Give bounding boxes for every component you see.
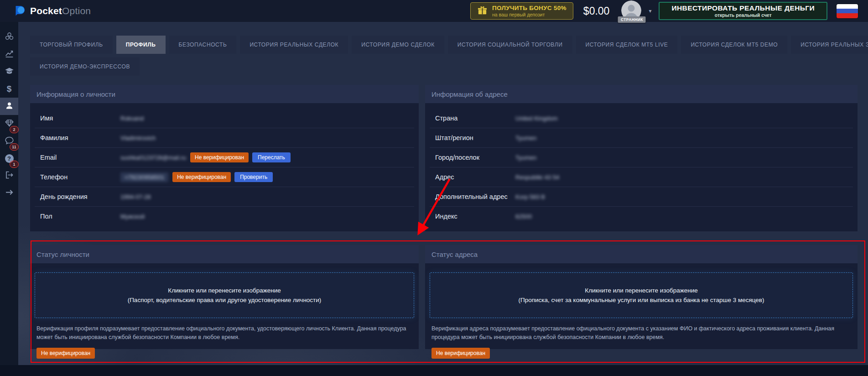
- panel-title: Информация о личности: [30, 85, 419, 103]
- phone-not-verified-badge: Не верифицирован: [172, 172, 231, 182]
- sidebar-item-chat[interactable]: 11: [0, 132, 18, 150]
- pocket-option-profile-page: PocketOption ПОЛУЧИТЬ БОНУС 50% на ваш п…: [0, 0, 868, 376]
- tab-history-real-express[interactable]: ИСТОРИЯ РЕАЛЬНЫХ ЭКСПРЕССОВ: [791, 36, 868, 54]
- field-row-email: Email sushka0123728@mail.ru Не верифицир…: [35, 147, 414, 167]
- tab-security[interactable]: БЕЗОПАСНОСТЬ: [169, 36, 237, 54]
- user-rank-badge: СТРАННИК: [618, 16, 646, 23]
- logo[interactable]: PocketOption: [14, 4, 91, 18]
- field-row-first-name: Имя Roksand: [35, 109, 414, 128]
- field-value-blurred: Korp 583 B: [515, 193, 545, 200]
- user-avatar[interactable]: СТРАННИК: [621, 0, 642, 21]
- sidebar-item-payments[interactable]: $: [0, 80, 18, 98]
- field-value-blurred: +79230958501: [120, 172, 168, 182]
- field-value-blurred: Мужской: [120, 213, 145, 220]
- bonus-title: ПОЛУЧИТЬ БОНУС 50%: [492, 5, 567, 12]
- tab-profile[interactable]: ПРОФИЛЬ: [116, 36, 166, 54]
- field-value-blurred: Respubliki 43 54: [515, 174, 559, 181]
- profile-tabs-row-1: ТОРГОВЫЙ ПРОФИЛЬ ПРОФИЛЬ БЕЗОПАСНОСТЬ ИС…: [30, 36, 868, 54]
- field-value-blurred: United Kingdom: [515, 115, 558, 122]
- field-value-blurred: Tyumen: [515, 154, 536, 161]
- field-row-gender: Пол Мужской: [35, 206, 414, 226]
- address-status-panel: Статус адреса Кликните или перенесите из…: [425, 245, 858, 349]
- graduation-cap-icon: [5, 66, 14, 78]
- panel-title: Статус личности: [30, 245, 419, 263]
- top-bar: PocketOption ПОЛУЧИТЬ БОНУС 50% на ваш п…: [0, 0, 868, 22]
- identity-status-panel: Статус личности Кликните или перенесите …: [30, 245, 419, 349]
- panel-title: Статус адреса: [425, 245, 858, 263]
- sidebar-item-education[interactable]: [0, 63, 18, 80]
- field-row-phone: Телефон +79230958501 Не верифицирован Пр…: [35, 167, 414, 187]
- field-row-country: Страна United Kingdom: [430, 109, 853, 128]
- identity-not-verified-badge: Не верифицирован: [36, 348, 95, 359]
- identity-verification-description: Верификация профиля подразумевает предос…: [36, 324, 412, 342]
- verify-phone-button[interactable]: Проверить: [234, 172, 273, 182]
- sidebar-item-profile[interactable]: [0, 98, 18, 115]
- field-row-address: Адрес Respubliki 43 54: [430, 167, 853, 187]
- tab-history-demo-trades[interactable]: ИСТОРИЯ ДЕМО СДЕЛОК: [352, 36, 444, 54]
- tab-history-real-trades[interactable]: ИСТОРИЯ РЕАЛЬНЫХ СДЕЛОК: [240, 36, 348, 54]
- field-row-last-name: Фамилия Vladimirovich: [35, 128, 414, 147]
- field-row-birthday: День рождения 1994-07-28: [35, 187, 414, 206]
- sidebar-item-expand[interactable]: [0, 184, 18, 202]
- address-not-verified-badge: Не верифицирован: [431, 348, 490, 359]
- chevron-down-icon[interactable]: ▾: [649, 8, 651, 14]
- tab-trading-profile[interactable]: ТОРГОВЫЙ ПРОФИЛЬ: [30, 36, 113, 54]
- tab-history-social-trading[interactable]: ИСТОРИЯ СОЦИАЛЬНОЙ ТОРГОВЛИ: [448, 36, 572, 54]
- person-icon: [5, 101, 14, 112]
- tab-history-mt5-demo[interactable]: ИСТОРИЯ СДЕЛОК MT5 DEMO: [681, 36, 787, 54]
- email-not-verified-badge: Не верифицирован: [190, 152, 249, 162]
- sidebar-item-trading[interactable]: [0, 46, 18, 63]
- gift-icon: [477, 5, 488, 17]
- arrow-right-icon: [5, 188, 14, 199]
- tab-history-mt5-live[interactable]: ИСТОРИЯ СДЕЛОК MT5 LIVE: [576, 36, 678, 54]
- dollar-icon: $: [7, 84, 12, 94]
- resend-email-button[interactable]: Переслать: [252, 152, 291, 162]
- footer-bar: [0, 365, 868, 376]
- header-right: ПОЛУЧИТЬ БОНУС 50% на ваш первый депозит…: [470, 0, 858, 21]
- tab-history-demo-express[interactable]: ИСТОРИЯ ДЕМО-ЭКСПРЕССОВ: [30, 57, 140, 76]
- field-value-blurred: Roksand: [120, 115, 144, 122]
- pocket-option-logo-icon: [14, 4, 26, 18]
- account-balance: $0.00: [583, 5, 610, 17]
- address-verification-description: Верификация адреса подразумевает предост…: [431, 324, 851, 342]
- identity-document-dropzone[interactable]: Кликните или перенесите изображение (Пас…: [35, 272, 414, 318]
- field-row-address2: Дополнительный адрес Korp 583 B: [430, 187, 853, 206]
- field-value-blurred: Tyumen: [515, 135, 536, 141]
- personal-info-panel: Информация о личности Имя Roksand Фамили…: [30, 85, 419, 231]
- line-chart-icon: [5, 49, 14, 60]
- language-flag-russia[interactable]: [837, 4, 858, 18]
- invest-real-money-button[interactable]: ИНВЕСТИРОВАТЬ РЕАЛЬНЫЕ ДЕНЬГИ открыть ре…: [659, 2, 827, 20]
- field-row-city: Город/поселок Tyumen: [430, 147, 853, 167]
- get-bonus-button[interactable]: ПОЛУЧИТЬ БОНУС 50% на ваш первый депозит: [470, 2, 573, 20]
- panel-title: Информация об адресе: [425, 85, 858, 103]
- sidebar-item-logout[interactable]: [0, 167, 18, 184]
- left-sidebar: $ 2 11 ?: [0, 22, 18, 371]
- logout-icon: [5, 170, 14, 182]
- field-value-blurred: 1994-07-28: [120, 193, 151, 200]
- invest-subtitle: открыть реальный счет: [715, 12, 772, 18]
- tournaments-icon: [5, 31, 14, 43]
- address-info-panel: Информация об адресе Страна United Kingd…: [425, 85, 858, 231]
- invest-title: ИНВЕСТИРОВАТЬ РЕАЛЬНЫЕ ДЕНЬГИ: [671, 4, 815, 12]
- field-row-state: Штат/регион Tyumen: [430, 128, 853, 147]
- profile-tabs-row-2: ИСТОРИЯ ДЕМО-ЭКСПРЕССОВ: [30, 57, 140, 76]
- field-row-zip: Индекс 62500: [430, 206, 853, 226]
- field-value-blurred: sushka0123728@mail.ru: [120, 154, 186, 161]
- logo-text: PocketOption: [30, 5, 91, 16]
- sidebar-item-support[interactable]: ? 1: [0, 150, 18, 167]
- sidebar-item-achievements[interactable]: 2: [0, 115, 18, 132]
- bonus-subtitle: на ваш первый депозит: [492, 12, 567, 17]
- field-value-blurred: 62500: [515, 213, 532, 220]
- sidebar-item-tournaments[interactable]: [0, 28, 18, 46]
- address-document-dropzone[interactable]: Кликните или перенесите изображение (Про…: [430, 272, 853, 318]
- field-value-blurred: Vladimirovich: [120, 135, 156, 141]
